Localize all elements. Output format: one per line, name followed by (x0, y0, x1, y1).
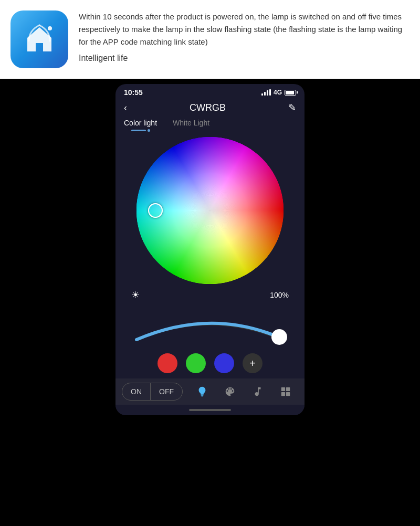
svg-rect-6 (281, 392, 285, 396)
app-icon (10, 10, 68, 68)
status-right: 4G (261, 89, 296, 96)
phone-mockup: 10:55 4G ‹ CWRGB ✎ Col (116, 84, 304, 415)
tab-dot (148, 129, 150, 132)
tab-white-light[interactable]: White Light (173, 119, 209, 132)
color-light-tab-label: Color light (124, 119, 157, 127)
tab-section: Color light White Light (116, 119, 304, 132)
status-bar: 10:55 4G (116, 84, 304, 99)
sun-icon: ☀ (131, 289, 140, 301)
bottom-controls: ON OFF (116, 378, 304, 405)
page-title: CWRGB (190, 102, 226, 113)
time-display: 10:55 (124, 88, 143, 97)
app-name: Intelligent life (79, 54, 410, 63)
tab-line (131, 130, 146, 131)
brightness-section: ☀ 100% (126, 289, 294, 345)
nav-bar: ‹ CWRGB ✎ (116, 99, 304, 119)
edit-button[interactable]: ✎ (288, 102, 296, 113)
on-off-group: ON OFF (122, 383, 183, 401)
swatch-red[interactable] (158, 353, 177, 373)
signal-icon (261, 89, 271, 96)
on-button[interactable]: ON (122, 383, 151, 400)
tab-color-light[interactable]: Color light (124, 119, 157, 132)
app-info-section: Within 10 seconds after the product is p… (0, 0, 420, 79)
app-info-text: Within 10 seconds after the product is p… (79, 10, 410, 63)
swatches-section: + (116, 345, 304, 378)
svg-rect-4 (281, 387, 285, 391)
battery-icon (285, 90, 296, 96)
brightness-percent: 100% (270, 291, 289, 299)
bottom-icon-bar (183, 386, 304, 397)
color-wheel-section (116, 132, 304, 289)
add-swatch-button[interactable]: + (243, 353, 262, 373)
tab-active-indicator (131, 129, 150, 132)
phone-container: 10:55 4G ‹ CWRGB ✎ Col (0, 79, 420, 420)
white-light-tab-label: White Light (173, 119, 209, 127)
svg-rect-7 (286, 392, 289, 396)
back-button[interactable]: ‹ (124, 102, 127, 113)
color-wheel-wrapper[interactable] (136, 137, 284, 284)
svg-rect-2 (201, 395, 204, 396)
color-picker-handle[interactable] (148, 203, 163, 218)
app-description: Within 10 seconds after the product is p… (79, 10, 410, 48)
add-icon: + (249, 357, 256, 370)
music-icon-button[interactable] (252, 386, 264, 397)
grid-icon-button[interactable] (280, 386, 291, 397)
bulb-icon-button[interactable] (196, 386, 208, 397)
palette-icon-button[interactable] (224, 386, 236, 397)
swatch-green[interactable] (186, 353, 206, 373)
arc-slider[interactable] (126, 303, 294, 345)
network-label: 4G (274, 89, 282, 96)
swatch-blue[interactable] (214, 353, 234, 373)
svg-rect-3 (201, 395, 203, 396)
svg-point-0 (48, 26, 52, 30)
off-button[interactable]: OFF (151, 383, 182, 400)
svg-point-1 (272, 330, 287, 344)
svg-rect-5 (286, 387, 289, 391)
